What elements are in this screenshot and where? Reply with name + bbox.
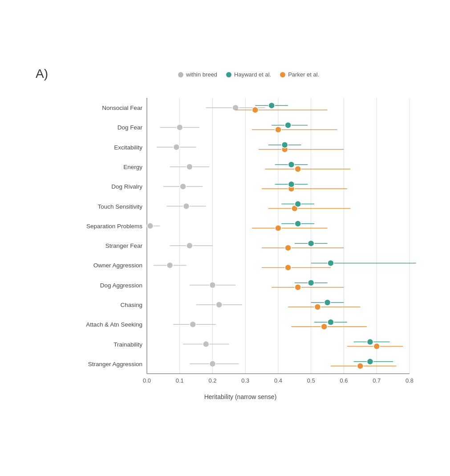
parker-label: Parker et al. bbox=[288, 71, 319, 78]
svg-point-57 bbox=[183, 203, 190, 210]
svg-point-24 bbox=[252, 107, 258, 113]
svg-point-103 bbox=[328, 319, 334, 325]
svg-point-94 bbox=[315, 304, 321, 310]
svg-point-66 bbox=[275, 225, 281, 231]
svg-point-73 bbox=[285, 245, 291, 251]
svg-point-45 bbox=[295, 166, 301, 172]
svg-text:Dog Fear: Dog Fear bbox=[118, 124, 143, 131]
svg-text:Attach & Atn Seeking: Attach & Atn Seeking bbox=[86, 321, 142, 328]
svg-point-33 bbox=[285, 122, 291, 128]
svg-point-117 bbox=[367, 359, 373, 365]
svg-point-26 bbox=[268, 102, 275, 109]
svg-point-68 bbox=[295, 221, 301, 227]
svg-text:Touch Sensitivity: Touch Sensitivity bbox=[97, 203, 142, 210]
svg-point-115 bbox=[357, 363, 363, 369]
hayward-label: Hayward et al. bbox=[234, 71, 271, 78]
parker-dot bbox=[280, 72, 285, 77]
svg-text:0.0: 0.0 bbox=[143, 377, 151, 384]
svg-point-92 bbox=[216, 302, 222, 308]
svg-text:Stranger Fear: Stranger Fear bbox=[105, 242, 143, 249]
legend-parker: Parker et al. bbox=[280, 71, 319, 78]
svg-text:Dog Rivalry: Dog Rivalry bbox=[111, 183, 142, 190]
svg-text:Separation Problems: Separation Problems bbox=[86, 223, 142, 230]
svg-text:Dog Aggression: Dog Aggression bbox=[100, 282, 142, 289]
svg-point-87 bbox=[295, 284, 301, 290]
panel-label: A) bbox=[36, 67, 48, 81]
within-breed-dot bbox=[178, 72, 183, 77]
chart-container: within breed Hayward et al. Parker et al… bbox=[58, 71, 423, 405]
svg-text:0.5: 0.5 bbox=[307, 377, 315, 384]
svg-point-71 bbox=[186, 242, 193, 249]
hayward-dot bbox=[226, 72, 231, 77]
svg-text:0.8: 0.8 bbox=[405, 377, 414, 384]
svg-point-89 bbox=[308, 280, 314, 286]
svg-text:0.7: 0.7 bbox=[373, 377, 381, 384]
svg-point-106 bbox=[203, 341, 209, 347]
svg-text:Energy: Energy bbox=[123, 164, 142, 170]
svg-point-61 bbox=[295, 201, 301, 207]
svg-text:0.3: 0.3 bbox=[241, 377, 249, 384]
svg-text:Owner Aggression: Owner Aggression bbox=[93, 262, 142, 269]
svg-point-47 bbox=[288, 161, 295, 168]
svg-point-50 bbox=[180, 183, 186, 190]
svg-point-29 bbox=[177, 124, 183, 130]
svg-text:0.1: 0.1 bbox=[176, 377, 184, 384]
svg-text:0.4: 0.4 bbox=[274, 377, 282, 384]
within-breed-label: within breed bbox=[186, 71, 217, 78]
svg-point-43 bbox=[186, 164, 193, 170]
svg-text:Stranger Aggression: Stranger Aggression bbox=[88, 361, 142, 367]
svg-point-101 bbox=[321, 323, 327, 330]
svg-text:Nonsocial Fear: Nonsocial Fear bbox=[102, 105, 142, 111]
svg-text:Chasing: Chasing bbox=[120, 302, 142, 308]
svg-point-40 bbox=[282, 142, 288, 148]
svg-point-85 bbox=[210, 282, 216, 288]
legend-hayward: Hayward et al. bbox=[226, 71, 271, 78]
svg-point-78 bbox=[167, 262, 173, 268]
svg-text:Trainability: Trainability bbox=[114, 341, 142, 348]
svg-point-31 bbox=[275, 126, 281, 133]
svg-point-54 bbox=[288, 181, 295, 187]
svg-point-108 bbox=[373, 343, 380, 350]
svg-point-96 bbox=[324, 299, 331, 306]
svg-point-64 bbox=[147, 223, 153, 229]
svg-point-113 bbox=[210, 361, 216, 367]
svg-text:0.6: 0.6 bbox=[340, 377, 348, 384]
x-axis-label: Heritability (narrow sense) bbox=[58, 393, 423, 400]
svg-point-82 bbox=[328, 260, 334, 266]
legend: within breed Hayward et al. Parker et al… bbox=[178, 71, 319, 78]
legend-within-breed: within breed bbox=[178, 71, 217, 78]
svg-point-110 bbox=[367, 339, 373, 345]
svg-point-36 bbox=[173, 144, 179, 150]
svg-text:Excitability: Excitability bbox=[114, 144, 142, 151]
svg-point-80 bbox=[285, 264, 291, 270]
svg-point-75 bbox=[308, 240, 314, 246]
chart-svg: 0.00.10.20.30.40.50.60.70.8Nonsocial Fea… bbox=[58, 89, 423, 400]
svg-point-99 bbox=[190, 321, 196, 327]
svg-text:0.2: 0.2 bbox=[208, 377, 216, 384]
